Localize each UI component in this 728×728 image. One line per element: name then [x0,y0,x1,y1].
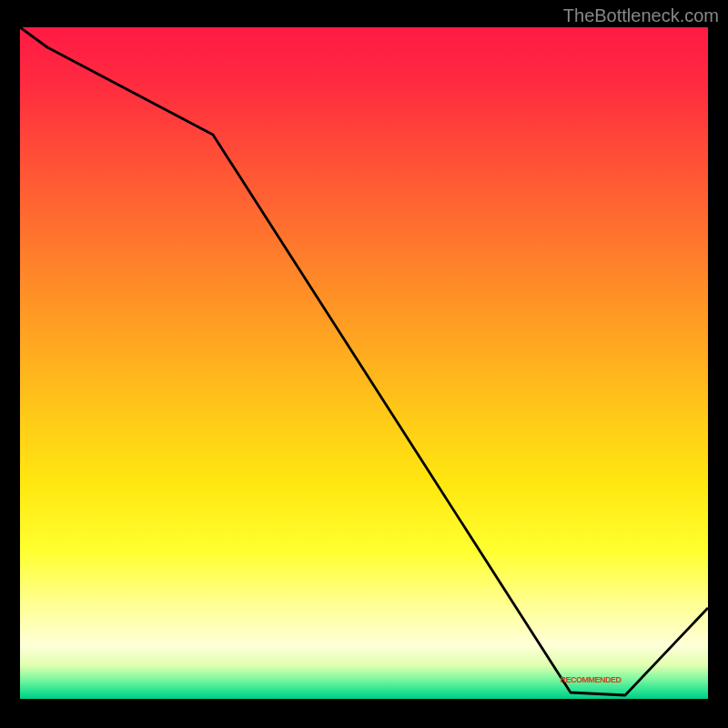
line-chart-svg [20,27,708,699]
recommended-annotation: RECOMMENDED [560,675,621,684]
watermark-text: TheBottleneck.com [563,5,719,26]
chart-container: TheBottleneck.com RECOMMENDED [0,0,728,728]
data-line [20,27,708,695]
plot-area: RECOMMENDED [20,27,708,699]
